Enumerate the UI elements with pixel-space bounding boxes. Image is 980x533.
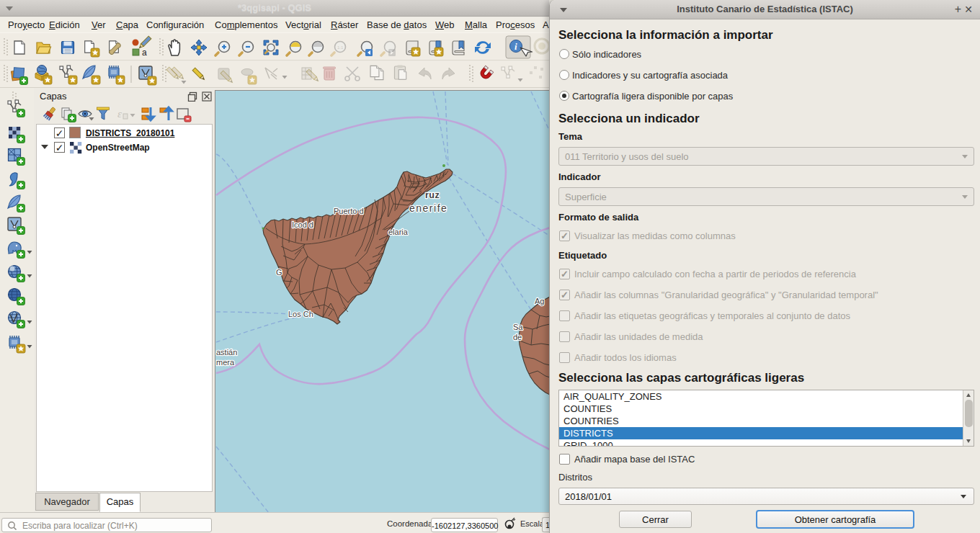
svg-text:Icod d: Icod d xyxy=(292,220,313,229)
svg-text:i: i xyxy=(514,41,517,52)
svg-text:astián: astián xyxy=(216,348,237,357)
svg-text:Sa: Sa xyxy=(513,323,523,331)
svg-text:mera: mera xyxy=(216,358,235,367)
svg-text:Los Ch: Los Ch xyxy=(288,310,313,318)
svg-text:Puerto d: Puerto d xyxy=(334,207,364,215)
svg-text:de: de xyxy=(513,333,522,341)
svg-text:Ag: Ag xyxy=(535,297,544,305)
svg-text:ruz: ruz xyxy=(425,190,440,200)
svg-text:G: G xyxy=(276,268,282,277)
svg-text:enerife: enerife xyxy=(409,202,447,214)
svg-text:elaria: elaria xyxy=(388,228,409,236)
svg-text:a: a xyxy=(142,48,147,58)
svg-text:1:1: 1:1 xyxy=(337,45,344,50)
svg-text:ε: ε xyxy=(117,108,122,120)
